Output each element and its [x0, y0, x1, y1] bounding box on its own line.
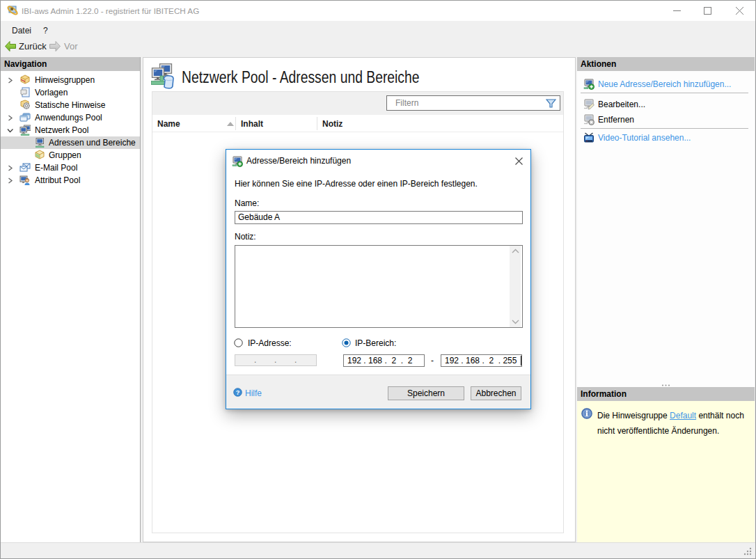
svg-text:?: ?	[236, 389, 240, 396]
